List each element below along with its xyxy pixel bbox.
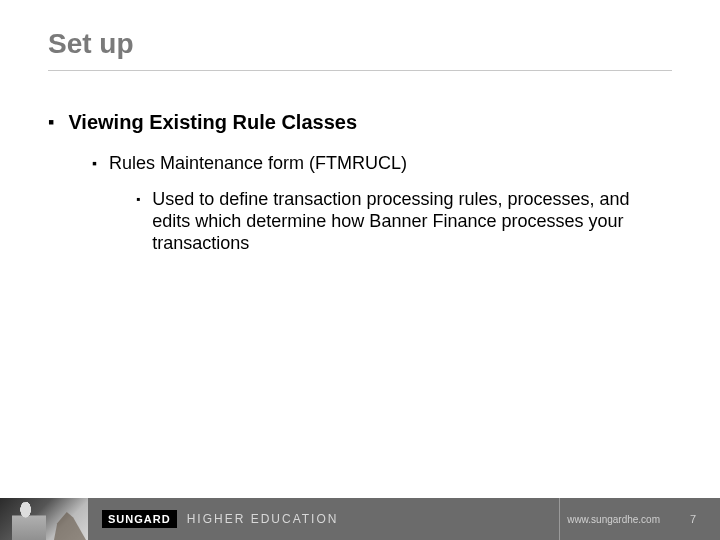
square-bullet-icon: ▪ xyxy=(48,110,54,134)
square-bullet-icon: ▪ xyxy=(136,188,140,210)
footer-separator xyxy=(559,498,560,540)
footer-url: www.sungardhe.com xyxy=(567,498,660,540)
slide: Set up ▪ Viewing Existing Rule Classes ▪… xyxy=(0,0,720,540)
slide-title: Set up xyxy=(48,28,134,60)
brand-mark: SUNGARD xyxy=(102,510,177,528)
footer-bar: SUNGARD HIGHER EDUCATION www.sungardhe.c… xyxy=(0,498,720,540)
title-divider xyxy=(48,70,672,71)
brand-subtitle: HIGHER EDUCATION xyxy=(187,512,339,526)
page-number: 7 xyxy=(690,498,696,540)
content-area: ▪ Viewing Existing Rule Classes ▪ Rules … xyxy=(48,110,672,264)
footer-photo xyxy=(0,498,88,540)
bullet-level-2-text: Rules Maintenance form (FTMRUCL) xyxy=(109,152,407,174)
bullet-level-3: ▪ Used to define transaction processing … xyxy=(136,188,672,254)
bullet-level-2: ▪ Rules Maintenance form (FTMRUCL) xyxy=(92,152,672,174)
square-bullet-icon: ▪ xyxy=(92,152,97,174)
brand-block: SUNGARD HIGHER EDUCATION xyxy=(102,510,338,528)
bullet-level-1: ▪ Viewing Existing Rule Classes xyxy=(48,110,672,134)
bullet-level-1-text: Viewing Existing Rule Classes xyxy=(68,110,357,134)
bullet-level-3-text: Used to define transaction processing ru… xyxy=(152,188,652,254)
